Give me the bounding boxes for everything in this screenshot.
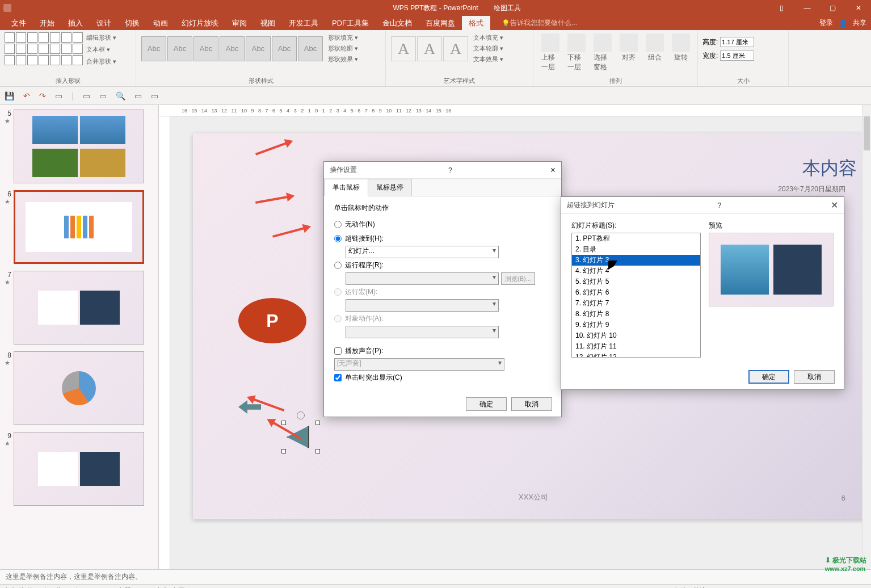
list-item[interactable]: 7. 幻灯片 7: [572, 298, 700, 309]
tellme-input[interactable]: 告诉我您想要做什么...: [510, 18, 577, 28]
help-icon[interactable]: ?: [448, 166, 452, 174]
radio-run-program[interactable]: [334, 262, 342, 269]
radio-none[interactable]: [334, 221, 342, 228]
notes-pane[interactable]: 这里是举例备注内容，这里是举例备注内容。: [0, 569, 871, 584]
group-size-label: 大小: [698, 77, 788, 85]
slide-list-label: 幻灯片标题(S):: [571, 221, 701, 230]
share-button[interactable]: 共享: [853, 18, 866, 28]
group-insert-shapes-label: 插入形状: [0, 77, 136, 85]
ok-button[interactable]: 确定: [748, 370, 789, 384]
shape-effects-button[interactable]: 形状效果 ▾: [328, 54, 358, 65]
text-fill-button[interactable]: 文本填充 ▾: [473, 32, 503, 43]
qat-icon[interactable]: 🔍: [116, 91, 125, 100]
list-item[interactable]: 10. 幻灯片 10: [572, 330, 700, 341]
help-icon[interactable]: ?: [717, 201, 721, 209]
shape-outline-button[interactable]: 形状轮廓 ▾: [328, 43, 358, 54]
rotate-button[interactable]: 旋转: [668, 32, 693, 73]
close-icon[interactable]: ×: [550, 165, 556, 175]
wordart-gallery[interactable]: A A A: [390, 36, 469, 62]
list-item[interactable]: 11. 幻灯片 11: [572, 341, 700, 352]
send-backward-button[interactable]: 下移一层: [564, 32, 589, 73]
list-item[interactable]: 2. 目录: [572, 244, 700, 255]
minimize-button[interactable]: —: [794, 0, 820, 16]
login-button[interactable]: 登录: [819, 18, 833, 28]
tab-animations[interactable]: 动画: [146, 16, 175, 31]
rotate-handle-icon[interactable]: [297, 411, 305, 419]
shape-fill-button[interactable]: 形状填充 ▾: [328, 32, 358, 43]
list-item[interactable]: 6. 幻灯片 6: [572, 287, 700, 298]
hyperlink-combo[interactable]: 幻灯片...: [346, 246, 499, 258]
text-outline-button[interactable]: 文本轮廓 ▾: [473, 43, 503, 54]
tab-format[interactable]: 格式: [462, 16, 490, 31]
qat-icon[interactable]: ▭: [55, 91, 62, 100]
qat-icon[interactable]: ▭: [83, 91, 90, 100]
checkbox-play-sound[interactable]: [334, 347, 342, 355]
qat-icon[interactable]: ▭: [151, 91, 158, 100]
height-input[interactable]: [720, 37, 754, 47]
resize-handle[interactable]: [315, 421, 320, 425]
height-label: 高度:: [702, 37, 718, 47]
thumbnail-7[interactable]: 7★: [5, 271, 154, 345]
tab-review[interactable]: 审阅: [225, 16, 254, 31]
thumbnail-8[interactable]: 8★: [5, 351, 154, 425]
tab-transitions[interactable]: 切换: [118, 16, 146, 31]
tab-file[interactable]: 文件: [5, 16, 33, 31]
list-item[interactable]: 9. 幻灯片 9: [572, 320, 700, 330]
resize-handle[interactable]: [315, 449, 320, 453]
text-effects-button[interactable]: 文本效果 ▾: [473, 54, 503, 65]
tab-mouse-click[interactable]: 单击鼠标: [324, 179, 368, 196]
thumbnail-5[interactable]: 5★: [5, 110, 154, 183]
tab-baidu[interactable]: 百度网盘: [419, 16, 462, 31]
cancel-button[interactable]: 取消: [511, 397, 552, 411]
textbox-button[interactable]: 文本框 ▾: [86, 44, 116, 55]
hyperlink-to-slide-dialog: 超链接到幻灯片 ? ✕ 幻灯片标题(S): 1. PPT教程 2. 目录 3. …: [561, 196, 844, 390]
maximize-button[interactable]: ▢: [820, 0, 845, 16]
thumbnail-9[interactable]: 9★: [5, 432, 154, 506]
slide-listbox[interactable]: 1. PPT教程 2. 目录 3. 幻灯片 3 4. 幻灯片 4 5. 幻灯片 …: [571, 233, 701, 358]
tab-insert[interactable]: 插入: [61, 16, 90, 31]
list-item[interactable]: 5. 幻灯片 5: [572, 276, 700, 287]
tab-slideshow[interactable]: 幻灯片放映: [175, 16, 225, 31]
tab-design[interactable]: 设计: [90, 16, 118, 31]
close-icon[interactable]: ✕: [831, 200, 838, 211]
tab-mouse-hover[interactable]: 鼠标悬停: [368, 179, 412, 196]
list-item[interactable]: 4. 幻灯片 4: [572, 266, 700, 276]
align-button[interactable]: 对齐: [616, 32, 641, 73]
selection-pane-button[interactable]: 选择窗格: [590, 32, 615, 73]
tab-home[interactable]: 开始: [33, 16, 61, 31]
list-item[interactable]: 3. 幻灯片 3: [572, 255, 700, 266]
save-icon[interactable]: 💾: [5, 91, 14, 100]
resize-handle[interactable]: [281, 449, 286, 453]
edit-shape-button[interactable]: 编辑形状 ▾: [86, 32, 116, 43]
tab-view[interactable]: 视图: [254, 16, 282, 31]
quick-access-toolbar: 💾 ↶ ↷ ▭ | ▭ ▭ 🔍 ▭ ▭: [0, 87, 871, 105]
tab-jinshan[interactable]: 金山文档: [376, 16, 419, 31]
tab-pdf-tools[interactable]: PDF工具集: [325, 16, 376, 31]
tab-developer[interactable]: 开发工具: [282, 16, 325, 31]
slide-thumbnails-panel[interactable]: 5★ 6★ 7★ 8★ 9★: [0, 105, 159, 569]
list-item[interactable]: 1. PPT教程: [572, 233, 700, 244]
group-button[interactable]: 组合: [642, 32, 667, 73]
vertical-scrollbar[interactable]: [862, 105, 871, 569]
radio-hyperlink[interactable]: [334, 235, 342, 242]
list-item[interactable]: 8. 幻灯片 8: [572, 309, 700, 320]
shapes-gallery[interactable]: [5, 32, 83, 67]
ribbon-display-options[interactable]: ▯: [769, 0, 794, 16]
group-arrange-label: 排列: [533, 77, 697, 85]
resize-handle[interactable]: [281, 421, 286, 425]
undo-icon[interactable]: ↶: [23, 91, 30, 100]
qat-icon[interactable]: ▭: [134, 91, 142, 100]
thumbnail-6[interactable]: 6★: [5, 190, 154, 264]
cancel-button[interactable]: 取消: [794, 370, 835, 384]
close-button[interactable]: ✕: [845, 0, 871, 16]
merge-shapes-button[interactable]: 合并形状 ▾: [86, 56, 116, 67]
width-input[interactable]: [720, 51, 754, 61]
shape-styles-gallery[interactable]: Abc Abc Abc Abc Abc Abc Abc: [141, 36, 323, 62]
browse-button[interactable]: 浏览(B)...: [501, 272, 535, 285]
qat-icon[interactable]: ▭: [99, 91, 107, 100]
checkbox-highlight[interactable]: [334, 374, 342, 381]
bring-forward-button[interactable]: 上移一层: [538, 32, 563, 73]
list-item[interactable]: 12. 幻灯片 12: [572, 352, 700, 358]
redo-icon[interactable]: ↷: [39, 91, 46, 100]
ok-button[interactable]: 确定: [466, 397, 507, 411]
